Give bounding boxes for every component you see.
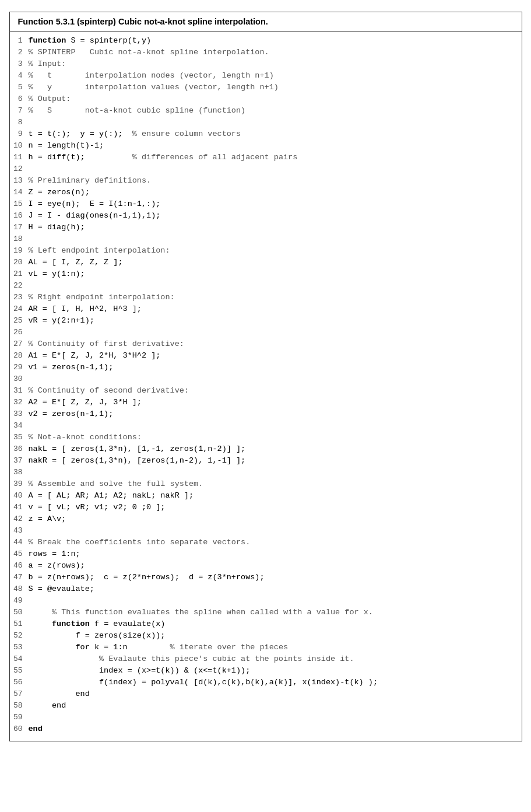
line-code: nakR = [ zeros(1,3*n), [zeros(1,n-2), 1,… — [29, 455, 522, 467]
line-number: 22 — [10, 280, 29, 292]
code-line: 26 — [10, 327, 522, 338]
code-line: 5% y interpolation values (vector, lengt… — [10, 82, 522, 93]
line-number: 4 — [10, 70, 29, 82]
code-line: 29v1 = zeros(n-1,1); — [10, 362, 522, 373]
line-number: 34 — [10, 420, 29, 432]
code-line: 60end — [10, 723, 522, 735]
line-number: 10 — [10, 140, 29, 152]
code-line: 51 function f = evaulate(x) — [10, 618, 522, 630]
line-number: 20 — [10, 257, 29, 268]
code-line: 6% Output: — [10, 93, 522, 105]
line-number: 39 — [10, 478, 29, 490]
line-number: 49 — [10, 595, 29, 607]
code-line: 34 — [10, 420, 522, 432]
line-code: function f = evaulate(x) — [29, 618, 522, 630]
code-line: 13% Preliminary definitions. — [10, 175, 522, 187]
code-line: 45rows = 1:n; — [10, 548, 522, 560]
line-number: 41 — [10, 502, 29, 513]
code-line: 55 index = (x>=t(k)) & (x<=t(k+1)); — [10, 665, 522, 677]
code-line: 23% Right endpoint interpolation: — [10, 292, 522, 303]
line-number: 5 — [10, 82, 29, 93]
line-number: 19 — [10, 245, 29, 257]
code-line: 54 % Evalaute this piece's cubic at the … — [10, 653, 522, 665]
line-number: 37 — [10, 455, 29, 467]
line-code: % Output: — [29, 93, 522, 105]
code-line: 17H = diag(h); — [10, 222, 522, 233]
code-line: 46a = z(rows); — [10, 560, 522, 572]
code-line: 10n = length(t)-1; — [10, 140, 522, 152]
line-code: A2 = E*[ Z, Z, J, 3*H ]; — [29, 397, 522, 408]
code-line: 32A2 = E*[ Z, Z, J, 3*H ]; — [10, 397, 522, 408]
line-number: 1 — [10, 35, 29, 47]
code-line: 57 end — [10, 688, 522, 700]
line-code: % t interpolation nodes (vector, length … — [29, 70, 522, 82]
line-number: 30 — [10, 373, 29, 385]
line-code: index = (x>=t(k)) & (x<=t(k+1)); — [29, 665, 522, 677]
line-number: 50 — [10, 607, 29, 618]
line-code: vR = y(2:n+1); — [29, 315, 522, 327]
code-line: 56 f(index) = polyval( [d(k),c(k),b(k),a… — [10, 677, 522, 688]
line-number: 29 — [10, 362, 29, 373]
line-number: 13 — [10, 175, 29, 187]
code-line: 50 % This function evaluates the spline … — [10, 607, 522, 618]
line-code: for k = 1:n % iterate over the pieces — [29, 642, 522, 653]
line-code: H = diag(h); — [29, 222, 522, 233]
code-line: 27% Continuity of first derivative: — [10, 338, 522, 350]
line-number: 28 — [10, 350, 29, 362]
code-line: 36nakL = [ zeros(1,3*n), [1,-1, zeros(1,… — [10, 443, 522, 455]
line-code: % Evalaute this piece's cubic at the poi… — [29, 653, 522, 665]
line-number: 59 — [10, 712, 29, 723]
line-number: 38 — [10, 467, 29, 478]
line-number: 11 — [10, 152, 29, 163]
line-number: 53 — [10, 642, 29, 653]
line-number: 15 — [10, 198, 29, 210]
line-code: % Assemble and solve the full system. — [29, 478, 522, 490]
line-number: 25 — [10, 315, 29, 327]
line-number: 52 — [10, 630, 29, 642]
code-line: 28A1 = E*[ Z, J, 2*H, 3*H^2 ]; — [10, 350, 522, 362]
code-line: 49 — [10, 595, 522, 607]
code-line: 47b = z(n+rows); c = z(2*n+rows); d = z(… — [10, 572, 522, 583]
line-code: % S not-a-knot cubic spline (function) — [29, 105, 522, 117]
code-line: 41v = [ vL; vR; v1; v2; 0 ;0 ]; — [10, 502, 522, 513]
code-line: 21vL = y(1:n); — [10, 268, 522, 280]
line-code: % Preliminary definitions. — [29, 175, 522, 187]
code-line: 38 — [10, 467, 522, 478]
line-code: % Continuity of first derivative: — [29, 338, 522, 350]
line-code: % This function evaluates the spline whe… — [29, 607, 522, 618]
line-code: b = z(n+rows); c = z(2*n+rows); d = z(3*… — [29, 572, 522, 583]
code-line: 3% Input: — [10, 58, 522, 70]
line-number: 32 — [10, 397, 29, 408]
line-number: 7 — [10, 105, 29, 117]
line-code: h = diff(t); % differences of all adjace… — [29, 152, 522, 163]
code-area: 1function S = spinterp(t,y)2% SPINTERP C… — [10, 32, 522, 741]
line-code: t = t(:); y = y(:); % ensure column vect… — [29, 128, 522, 140]
line-number: 56 — [10, 677, 29, 688]
line-code: z = A\v; — [29, 513, 522, 525]
line-code: A1 = E*[ Z, J, 2*H, 3*H^2 ]; — [29, 350, 522, 362]
code-line: 7% S not-a-knot cubic spline (function) — [10, 105, 522, 117]
code-line: 1function S = spinterp(t,y) — [10, 35, 522, 47]
code-line: 18 — [10, 233, 522, 245]
line-code: f = zeros(size(x)); — [29, 630, 522, 642]
code-line: 30 — [10, 373, 522, 385]
line-code: % SPINTERP Cubic not-a-knot spline inter… — [29, 47, 522, 58]
line-code: % Break the coefficients into separate v… — [29, 537, 522, 548]
line-code: end — [29, 723, 522, 735]
line-code: % y interpolation values (vector, length… — [29, 82, 522, 93]
code-line: 37nakR = [ zeros(1,3*n), [zeros(1,n-2), … — [10, 455, 522, 467]
code-line: 35% Not-a-knot conditions: — [10, 432, 522, 443]
code-line: 33v2 = zeros(n-1,1); — [10, 408, 522, 420]
line-number: 55 — [10, 665, 29, 677]
line-number: 21 — [10, 268, 29, 280]
line-number: 24 — [10, 303, 29, 315]
line-number: 54 — [10, 653, 29, 665]
line-code: I = eye(n); E = I(1:n-1,:); — [29, 198, 522, 210]
code-line: 24AR = [ I, H, H^2, H^3 ]; — [10, 303, 522, 315]
line-code: % Not-a-knot conditions: — [29, 432, 522, 443]
line-code: a = z(rows); — [29, 560, 522, 572]
code-line: 22 — [10, 280, 522, 292]
line-code: vL = y(1:n); — [29, 268, 522, 280]
line-code: nakL = [ zeros(1,3*n), [1,-1, zeros(1,n-… — [29, 443, 522, 455]
line-number: 17 — [10, 222, 29, 233]
